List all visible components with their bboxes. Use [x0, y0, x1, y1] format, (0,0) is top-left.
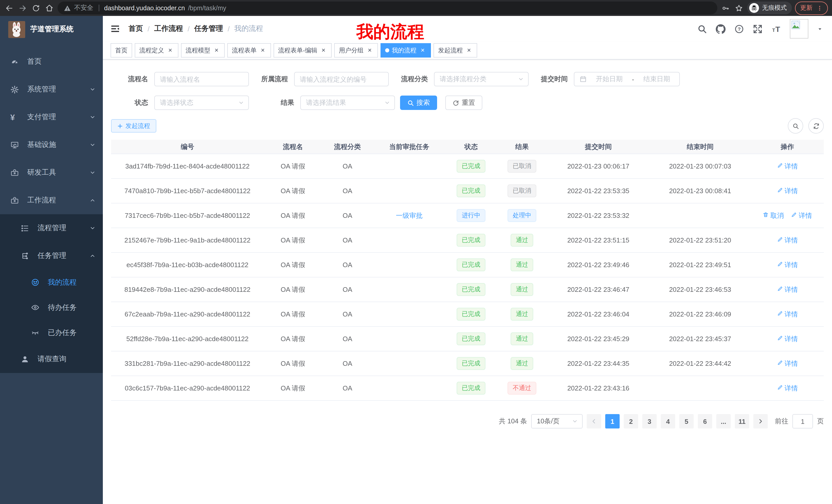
sidebar-item-8[interactable]: 我的流程	[0, 270, 103, 295]
sidebar-item-10[interactable]: 已办任务	[0, 320, 103, 345]
detail-link[interactable]: 详情	[777, 235, 798, 245]
sidebar-item-9[interactable]: 待办任务	[0, 295, 103, 320]
reset-button[interactable]: 重置	[445, 95, 482, 110]
detail-link[interactable]: 详情	[777, 359, 798, 368]
forward-icon[interactable]	[18, 3, 28, 13]
kebab-menu-icon[interactable]	[816, 3, 823, 13]
refresh-button[interactable]	[808, 118, 824, 134]
sidebar-item-label: 首页	[27, 57, 96, 66]
sidebar-item-0[interactable]: 首页	[0, 48, 103, 76]
cancel-link[interactable]: 取消	[763, 211, 784, 220]
create-process-button[interactable]: 发起流程	[111, 119, 156, 133]
detail-link[interactable]: 详情	[791, 211, 812, 220]
table-header-row: 编号流程名流程分类当前审批任务状态结果提交时间结束时间操作	[111, 140, 824, 154]
chevron-down-icon	[89, 86, 96, 92]
current-task-link[interactable]: 一级审批	[396, 212, 423, 219]
sidebar-item-6[interactable]: 流程管理	[0, 214, 103, 242]
tab-2[interactable]: 流程模型×	[181, 43, 225, 58]
chevron-down-icon	[89, 114, 96, 120]
tab-label: 流程表单-编辑	[278, 46, 317, 55]
detail-link[interactable]: 详情	[777, 310, 798, 319]
sidebar-item-3[interactable]: 基础设施	[0, 131, 103, 159]
tab-0[interactable]: 首页	[110, 43, 132, 58]
detail-link[interactable]: 详情	[777, 384, 798, 393]
page-button-1[interactable]: 1	[605, 414, 620, 428]
update-button[interactable]: 更新	[795, 1, 828, 15]
tab-7[interactable]: 发起流程×	[434, 43, 477, 58]
breadcrumb-item-1[interactable]: 工作流程	[154, 24, 183, 33]
detail-link[interactable]: 详情	[777, 162, 798, 171]
category-select[interactable]: 请选择流程分类	[434, 72, 529, 86]
github-icon[interactable]	[716, 24, 726, 34]
star-icon[interactable]	[734, 3, 744, 13]
font-size-icon[interactable]: TT	[771, 24, 781, 34]
main-area: 我的流程 首页/工作流程/任务管理/我的流程 ? TT 首页流程定义×流程模型×…	[103, 16, 832, 504]
sidebar-item-5[interactable]: 工作流程	[0, 187, 103, 214]
close-icon[interactable]: ×	[465, 47, 473, 54]
tab-4[interactable]: 流程表单-编辑×	[274, 43, 332, 58]
edit-icon	[777, 162, 783, 170]
page-button-11[interactable]: 11	[735, 414, 749, 428]
breadcrumb-item-0[interactable]: 首页	[129, 24, 143, 33]
page-button-5[interactable]: 5	[679, 414, 694, 428]
page-button-...[interactable]: ...	[716, 414, 731, 428]
tab-5[interactable]: 用户分组×	[334, 43, 378, 58]
prev-page-button[interactable]	[587, 414, 601, 428]
dashboard-icon	[10, 57, 19, 66]
sidebar-item-2[interactable]: ¥支付管理	[0, 103, 103, 131]
gear-icon	[10, 85, 19, 94]
detail-link[interactable]: 详情	[777, 285, 798, 294]
sidebar-item-label: 流程管理	[37, 223, 89, 233]
jump-page-input[interactable]	[792, 414, 813, 428]
sidebar-item-label: 基础设施	[27, 140, 89, 149]
fullscreen-icon[interactable]	[753, 24, 762, 34]
tab-3[interactable]: 流程表单×	[227, 43, 271, 58]
close-icon[interactable]: ×	[419, 47, 426, 54]
search-icon[interactable]	[697, 24, 707, 34]
back-icon[interactable]	[4, 3, 15, 13]
page-button-3[interactable]: 3	[642, 414, 657, 428]
status-select[interactable]: 请选择状态	[154, 95, 249, 110]
process-definition-input[interactable]	[294, 72, 389, 86]
app-logo[interactable]: 芋道管理系统	[0, 16, 103, 43]
show-search-button[interactable]	[788, 118, 803, 134]
submit-time-range[interactable]: 开始日期 - 结束日期	[574, 72, 680, 86]
page-button-6[interactable]: 6	[698, 414, 712, 428]
sidebar-item-1[interactable]: 系统管理	[0, 76, 103, 103]
close-icon[interactable]: ×	[166, 47, 174, 54]
breadcrumb-item-2[interactable]: 任务管理	[194, 24, 223, 33]
avatar[interactable]	[790, 19, 808, 38]
result-select[interactable]: 请选择流结果	[300, 95, 395, 110]
sidebar-item-4[interactable]: 研发工具	[0, 159, 103, 187]
edit-icon	[777, 261, 783, 269]
cell-actions: 详情	[751, 228, 824, 253]
cell-end-time: 2022-01-22 23:46:53	[649, 277, 751, 302]
close-icon[interactable]: ×	[366, 47, 373, 54]
detail-link[interactable]: 详情	[777, 186, 798, 195]
reload-icon[interactable]	[31, 3, 41, 13]
next-page-button[interactable]	[753, 414, 768, 428]
page-button-2[interactable]: 2	[624, 414, 638, 428]
detail-link[interactable]: 详情	[777, 334, 798, 343]
tab-1[interactable]: 流程定义×	[135, 43, 178, 58]
tab-6[interactable]: 我的流程×	[381, 43, 431, 58]
cell-end-time: 2022-01-22 23:49:51	[649, 253, 751, 277]
home-icon[interactable]	[44, 3, 54, 13]
sidebar-item-11[interactable]: 请假查询	[0, 345, 103, 373]
sidebar-item-7[interactable]: 任务管理	[0, 242, 103, 270]
url-bar[interactable]: 不安全 dashboard.yudao.iocoder.cn/bpm/task/…	[58, 2, 717, 15]
column-header-7: 结束时间	[649, 140, 751, 154]
close-icon[interactable]: ×	[259, 47, 266, 54]
process-name-input[interactable]	[154, 72, 249, 86]
detail-link[interactable]: 详情	[777, 260, 798, 270]
close-icon[interactable]: ×	[320, 47, 327, 54]
key-icon[interactable]	[721, 3, 731, 13]
page-button-4[interactable]: 4	[661, 414, 675, 428]
close-icon[interactable]: ×	[213, 47, 220, 54]
sidebar-toggle-icon[interactable]	[110, 24, 120, 34]
cell-name: OA 请假	[264, 327, 322, 351]
help-icon[interactable]: ?	[734, 24, 744, 34]
search-button[interactable]: 搜索	[400, 95, 437, 110]
caret-down-icon[interactable]	[817, 26, 823, 32]
page-size-select[interactable]: 10条/页	[531, 414, 582, 428]
